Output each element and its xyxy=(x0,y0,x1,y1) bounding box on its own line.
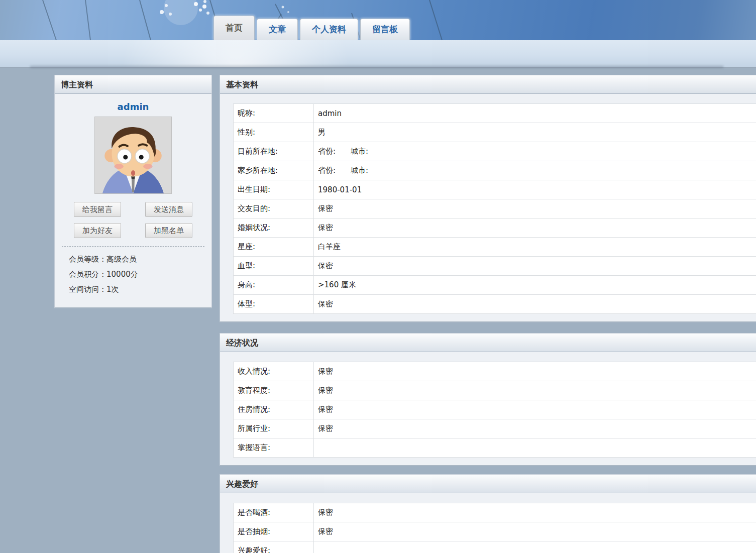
hobbies-title: 兴趣爱好 xyxy=(220,475,756,493)
row-label: 住房情况: xyxy=(234,400,314,419)
table-row: 婚姻状况:保密 xyxy=(234,218,756,238)
table-row: 掌握语言: xyxy=(234,438,756,458)
table-row: 是否喝酒:保密 xyxy=(234,503,756,522)
row-label: 体型: xyxy=(234,295,314,314)
table-row: 出生日期:1980-01-01 xyxy=(234,180,756,199)
row-label: 收入情况: xyxy=(234,362,314,381)
blogger-info-panel: 博主资料 admin xyxy=(54,75,212,308)
tab-home[interactable]: 首页 xyxy=(213,16,255,40)
row-label: 教育程度: xyxy=(234,381,314,400)
row-value: 保密 xyxy=(314,503,756,522)
row-value: 1980-01-01 xyxy=(314,180,756,199)
member-points: 会员积分：10000分 xyxy=(69,267,206,282)
row-value: 保密 xyxy=(314,295,756,314)
blogger-info-title: 博主资料 xyxy=(55,75,211,94)
table-row: 所属行业:保密 xyxy=(234,419,756,438)
row-value: 省份: 城市: xyxy=(314,142,756,161)
tab-guestbook[interactable]: 留言板 xyxy=(360,19,410,40)
blacklist-button[interactable]: 加黑名单 xyxy=(145,223,192,238)
row-value: admin xyxy=(314,104,756,123)
row-value xyxy=(314,438,756,458)
basic-info-table: 昵称:admin 性别:男 目前所在地:省份: 城市: 家乡所在地:省份: 城市… xyxy=(233,103,756,314)
table-row: 昵称:admin xyxy=(234,104,756,123)
avatar xyxy=(94,117,172,194)
username: admin xyxy=(55,101,211,112)
row-label: 身高: xyxy=(234,276,314,295)
row-label: 掌握语言: xyxy=(234,438,314,458)
table-row: 教育程度:保密 xyxy=(234,381,756,400)
member-stats: 会员等级：高级会员 会员积分：10000分 空间访问：1次 xyxy=(55,247,211,307)
tab-articles[interactable]: 文章 xyxy=(257,19,298,40)
header-subband xyxy=(0,40,756,68)
row-value: 保密 xyxy=(314,419,756,438)
row-value: 保密 xyxy=(314,362,756,381)
row-value: 保密 xyxy=(314,381,756,400)
row-label: 是否喝酒: xyxy=(234,503,314,522)
row-value: 男 xyxy=(314,123,756,142)
row-value: 保密 xyxy=(314,199,756,218)
table-row: 身高:>160 厘米 xyxy=(234,276,756,295)
row-label: 所属行业: xyxy=(234,419,314,438)
table-row: 家乡所在地:省份: 城市: xyxy=(234,161,756,180)
row-label: 星座: xyxy=(234,238,314,257)
send-message-button[interactable]: 发送消息 xyxy=(145,202,192,217)
avatar-cartoon-man-icon xyxy=(95,117,171,193)
member-level: 会员等级：高级会员 xyxy=(69,252,206,267)
space-visits: 空间访问：1次 xyxy=(69,282,206,297)
row-value: 保密 xyxy=(314,522,756,541)
economic-status-table: 收入情况:保密 教育程度:保密 住房情况:保密 所属行业:保密 掌握语言: xyxy=(233,362,756,458)
row-label: 昵称: xyxy=(234,104,314,123)
table-row: 性别:男 xyxy=(234,123,756,142)
treeline-decoration xyxy=(30,66,723,68)
row-value: 省份: 城市: xyxy=(314,161,756,180)
row-value xyxy=(314,541,756,553)
table-row: 目前所在地:省份: 城市: xyxy=(234,142,756,161)
row-value: 保密 xyxy=(314,400,756,419)
row-label: 出生日期: xyxy=(234,180,314,199)
row-value: 保密 xyxy=(314,218,756,238)
row-label: 性别: xyxy=(234,123,314,142)
row-label: 目前所在地: xyxy=(234,142,314,161)
row-label: 家乡所在地: xyxy=(234,161,314,180)
hobbies-panel: 兴趣爱好 是否喝酒:保密 是否抽烟:保密 兴趣爱好: xyxy=(220,474,756,553)
hobbies-table: 是否喝酒:保密 是否抽烟:保密 兴趣爱好: xyxy=(233,503,756,553)
row-label: 是否抽烟: xyxy=(234,522,314,541)
basic-info-title: 基本资料 xyxy=(220,75,756,94)
banner-photo: 首页 文章 个人资料 留言板 xyxy=(0,0,756,40)
row-label: 兴趣爱好: xyxy=(234,541,314,553)
tab-profile[interactable]: 个人资料 xyxy=(300,19,358,40)
row-value: >160 厘米 xyxy=(314,276,756,295)
economic-status-title: 经济状况 xyxy=(220,334,756,352)
table-row: 体型:保密 xyxy=(234,295,756,314)
table-row: 住房情况:保密 xyxy=(234,400,756,419)
row-label: 交友目的: xyxy=(234,199,314,218)
table-row: 是否抽烟:保密 xyxy=(234,522,756,541)
table-row: 星座:白羊座 xyxy=(234,238,756,257)
row-value: 保密 xyxy=(314,257,756,276)
basic-info-panel: 基本资料 昵称:admin 性别:男 目前所在地:省份: 城市: 家乡所在地:省… xyxy=(220,75,756,322)
table-row: 交友目的:保密 xyxy=(234,199,756,218)
table-row: 血型:保密 xyxy=(234,257,756,276)
sidebar-action-buttons: 给我留言 发送消息 加为好友 加黑名单 xyxy=(55,202,211,238)
main-nav-tabs: 首页 文章 个人资料 留言板 xyxy=(213,0,412,40)
row-value: 白羊座 xyxy=(314,238,756,257)
economic-status-panel: 经济状况 收入情况:保密 教育程度:保密 住房情况:保密 所属行业:保密 掌握语… xyxy=(220,333,756,466)
row-label: 血型: xyxy=(234,257,314,276)
add-friend-button[interactable]: 加为好友 xyxy=(74,223,121,238)
table-row: 兴趣爱好: xyxy=(234,541,756,553)
table-row: 收入情况:保密 xyxy=(234,362,756,381)
leave-message-button[interactable]: 给我留言 xyxy=(74,202,121,217)
row-label: 婚姻状况: xyxy=(234,218,314,238)
